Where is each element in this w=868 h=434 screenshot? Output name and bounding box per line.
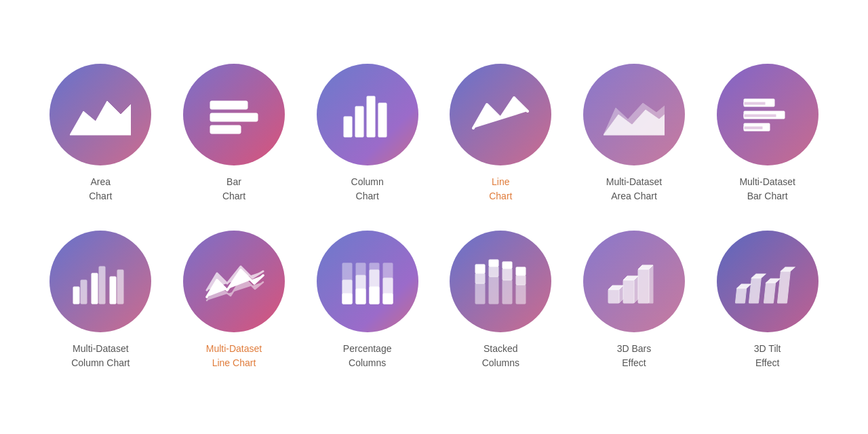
svg-rect-49 [623, 280, 634, 303]
line-chart-item[interactable]: Line Chart [441, 64, 561, 203]
3d-bars-effect-label: 3D Bars Effect [617, 342, 652, 370]
svg-rect-44 [516, 275, 526, 285]
svg-marker-51 [634, 276, 638, 303]
svg-rect-59 [764, 283, 776, 303]
column-chart-item[interactable]: Column Chart [307, 64, 427, 203]
svg-rect-16 [73, 287, 79, 304]
svg-rect-43 [516, 285, 526, 304]
svg-marker-0 [70, 101, 131, 135]
svg-rect-38 [489, 267, 498, 277]
multi-dataset-bar-chart-label: Multi-Dataset Bar Chart [739, 175, 795, 203]
svg-rect-11 [744, 102, 766, 105]
percentage-columns-circle [317, 231, 418, 332]
svg-rect-7 [378, 103, 387, 137]
svg-rect-1 [210, 101, 248, 109]
chart-grid: Area Chart Bar Chart Colu [0, 37, 868, 397]
svg-rect-6 [367, 96, 375, 137]
svg-rect-36 [475, 264, 485, 273]
multi-dataset-column-chart-circle [50, 231, 151, 332]
bar-chart-label: Bar Chart [222, 175, 245, 203]
svg-rect-33 [383, 294, 393, 304]
svg-rect-61 [778, 271, 791, 303]
multi-dataset-line-chart-item[interactable]: Multi-Dataset Line Chart [174, 231, 294, 370]
svg-rect-3 [210, 125, 241, 134]
3d-bars-effect-circle [583, 231, 685, 332]
svg-rect-46 [608, 290, 619, 303]
svg-marker-58 [751, 274, 766, 278]
line-chart-circle [450, 64, 551, 165]
svg-rect-42 [502, 262, 512, 269]
stacked-columns-item[interactable]: Stacked Columns [441, 231, 561, 370]
stacked-columns-circle [450, 231, 551, 332]
column-chart-label: Column Chart [351, 175, 384, 203]
svg-rect-41 [502, 269, 512, 280]
3d-tilt-effect-circle [717, 231, 818, 332]
3d-bars-effect-item[interactable]: 3D Bars Effect [574, 231, 694, 370]
multi-dataset-column-chart-label: Multi-Dataset Column Chart [71, 342, 130, 370]
svg-rect-20 [110, 277, 116, 304]
area-chart-item[interactable]: Area Chart [41, 64, 161, 203]
line-chart-label: Line Chart [489, 175, 512, 203]
multi-dataset-area-chart-item[interactable]: Multi-Dataset Area Chart [574, 64, 694, 203]
multi-dataset-line-chart-circle [183, 231, 285, 332]
multi-dataset-bar-chart-circle [717, 64, 818, 165]
svg-rect-5 [355, 106, 363, 137]
svg-marker-60 [766, 279, 781, 283]
stacked-columns-label: Stacked Columns [482, 342, 519, 370]
3d-tilt-effect-item[interactable]: 3D Tilt Effect [707, 231, 827, 370]
multi-dataset-column-chart-item[interactable]: Multi-Dataset Column Chart [41, 231, 161, 370]
svg-rect-30 [370, 287, 379, 304]
3d-tilt-effect-label: 3D Tilt Effect [754, 342, 781, 370]
svg-rect-27 [356, 289, 366, 304]
svg-rect-37 [489, 277, 498, 304]
svg-rect-17 [81, 280, 87, 304]
column-chart-circle [317, 64, 418, 165]
multi-dataset-area-chart-label: Multi-Dataset Area Chart [606, 175, 662, 203]
svg-rect-55 [736, 288, 747, 303]
svg-rect-19 [99, 267, 105, 304]
multi-dataset-line-chart-label: Multi-Dataset Line Chart [206, 342, 262, 370]
percentage-columns-item[interactable]: Percentage Columns [307, 231, 427, 370]
multi-dataset-area-chart-circle [583, 64, 685, 165]
svg-marker-62 [781, 267, 795, 271]
bar-chart-circle [183, 64, 285, 165]
svg-rect-13 [744, 114, 776, 117]
svg-rect-35 [475, 273, 485, 283]
svg-rect-52 [638, 269, 649, 303]
svg-rect-39 [489, 260, 498, 267]
svg-rect-2 [210, 113, 258, 121]
svg-rect-34 [475, 283, 485, 304]
area-chart-label: Area Chart [89, 175, 112, 203]
multi-dataset-bar-chart-item[interactable]: Multi-Dataset Bar Chart [707, 64, 827, 203]
svg-rect-18 [92, 273, 98, 304]
svg-rect-40 [502, 280, 512, 304]
svg-rect-21 [117, 270, 123, 304]
bar-chart-item[interactable]: Bar Chart [174, 64, 294, 203]
svg-rect-15 [744, 126, 763, 130]
percentage-columns-label: Percentage Columns [343, 342, 392, 370]
svg-marker-56 [737, 284, 751, 288]
svg-rect-57 [749, 278, 762, 303]
svg-rect-24 [342, 294, 352, 304]
svg-rect-45 [516, 267, 526, 275]
area-chart-circle [50, 64, 151, 165]
svg-rect-4 [344, 117, 352, 137]
svg-marker-54 [649, 265, 653, 303]
